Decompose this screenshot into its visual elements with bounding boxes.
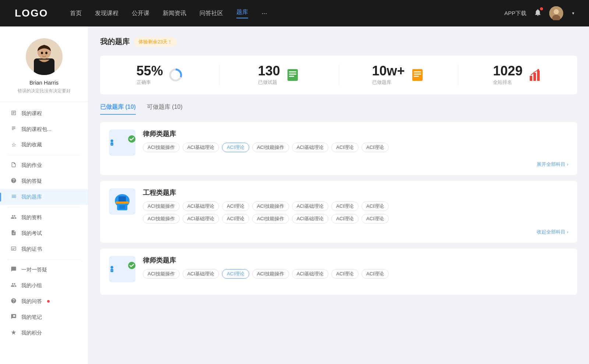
page-title: 我的题库 bbox=[100, 37, 130, 47]
stats-section: 55% 正确率 130 已做试题 bbox=[100, 56, 577, 94]
eng-tag-6[interactable]: ACI理论 bbox=[361, 201, 389, 211]
sidebar-item-one-on-one[interactable]: 一对一答疑 bbox=[0, 262, 88, 278]
tag-6[interactable]: ACI理论 bbox=[361, 143, 389, 152]
nav-discover[interactable]: 发现课程 bbox=[95, 10, 119, 17]
tab-available-banks[interactable]: 可做题库 (10) bbox=[147, 103, 183, 115]
bank-tabs: 已做题库 (10) 可做题库 (10) bbox=[100, 103, 577, 115]
notification-bell[interactable] bbox=[534, 8, 542, 18]
points-icon bbox=[10, 329, 17, 336]
svg-rect-17 bbox=[412, 69, 423, 81]
svg-point-9 bbox=[45, 52, 47, 54]
eng-tag-1[interactable]: ACI基础理论 bbox=[183, 201, 219, 211]
stat-label-ranking: 全站排名 bbox=[493, 79, 522, 86]
tag-0[interactable]: ACI技能操作 bbox=[143, 143, 180, 152]
certificate-icon bbox=[10, 246, 17, 253]
sidebar-label-group: 我的小组 bbox=[21, 282, 42, 289]
nav-home[interactable]: 首页 bbox=[70, 10, 82, 17]
l2-tag-1[interactable]: ACI基础理论 bbox=[183, 269, 219, 279]
tag-2[interactable]: ACI理论 bbox=[222, 143, 249, 152]
svg-rect-23 bbox=[537, 71, 540, 81]
questionbank-icon bbox=[10, 193, 17, 200]
sidebar-item-my-qa[interactable]: 我的问答 bbox=[0, 293, 88, 309]
nav-qa[interactable]: 问答社区 bbox=[200, 10, 223, 17]
sidebar-item-exam[interactable]: 我的考试 bbox=[0, 225, 88, 241]
sidebar-item-points[interactable]: 我的积分 bbox=[0, 325, 88, 341]
profile-motto: 错误的决定比没有决定要好 bbox=[18, 88, 71, 94]
sidebar-item-questionbank[interactable]: 我的题库 bbox=[0, 189, 88, 205]
eng-tag-3[interactable]: ACI技能操作 bbox=[252, 201, 289, 211]
user-profile: Brian Harris 错误的决定比没有决定要好 bbox=[0, 26, 88, 102]
qbank-card-lawyer-2: 律师类题库 ACI技能操作 ACI基础理论 ACI理论 ACI技能操作 ACI基… bbox=[100, 249, 577, 295]
eng-tag2-5[interactable]: ACI理论 bbox=[331, 214, 359, 224]
eng-tag2-1[interactable]: ACI基础理论 bbox=[183, 214, 219, 224]
l2-tag-0[interactable]: ACI技能操作 bbox=[143, 269, 180, 279]
sidebar-item-courses[interactable]: 我的课程 bbox=[0, 106, 88, 121]
tag-3[interactable]: ACI技能操作 bbox=[252, 143, 289, 152]
eng-tag-4[interactable]: ACI基础理论 bbox=[292, 201, 329, 211]
sidebar-item-favorites[interactable]: ☆ 我的收藏 bbox=[0, 137, 88, 153]
eng-tag2-2[interactable]: ACI理论 bbox=[222, 214, 249, 224]
eng-tag-0[interactable]: ACI技能操作 bbox=[143, 201, 180, 211]
l2-tag-3[interactable]: ACI技能操作 bbox=[252, 269, 289, 279]
tab-done-banks[interactable]: 已做题库 (10) bbox=[100, 103, 136, 115]
eng-tag2-3[interactable]: ACI技能操作 bbox=[252, 214, 289, 224]
user-menu-chevron[interactable]: ▾ bbox=[572, 11, 574, 16]
stat-label-done: 已做试题 bbox=[258, 79, 280, 86]
qbank-header-1: 律师类题库 ACI技能操作 ACI基础理论 ACI理论 ACI技能操作 ACI基… bbox=[109, 129, 568, 156]
sidebar-label-one-on-one: 一对一答疑 bbox=[21, 267, 47, 273]
sidebar-item-profile[interactable]: 我的资料 bbox=[0, 210, 88, 225]
eng-tag2-6[interactable]: ACI理论 bbox=[361, 214, 389, 224]
sidebar-item-group[interactable]: 我的小组 bbox=[0, 278, 88, 293]
tag-1[interactable]: ACI基础理论 bbox=[183, 143, 219, 152]
collapse-link-engineer[interactable]: 收起全部科目 › bbox=[109, 229, 568, 235]
tags-row-lawyer-2: ACI技能操作 ACI基础理论 ACI理论 ACI技能操作 ACI基础理论 AC… bbox=[143, 269, 568, 279]
qbank-name-lawyer-2: 律师类题库 bbox=[143, 256, 568, 265]
svg-rect-31 bbox=[116, 201, 129, 204]
eng-tag-5[interactable]: ACI理论 bbox=[331, 201, 359, 211]
svg-point-35 bbox=[110, 266, 113, 268]
notification-dot bbox=[540, 7, 543, 10]
lawyer-icon-1 bbox=[109, 129, 135, 156]
l2-tag-5[interactable]: ACI理论 bbox=[331, 269, 359, 279]
eng-tag2-4[interactable]: ACI基础理论 bbox=[292, 214, 329, 224]
divider-3 bbox=[7, 259, 81, 260]
profile-name: Brian Harris bbox=[29, 79, 59, 86]
svg-point-24 bbox=[537, 69, 539, 71]
sidebar-item-questions[interactable]: 我的答疑 bbox=[0, 173, 88, 189]
group-icon bbox=[10, 282, 17, 289]
sidebar-label-exam: 我的考试 bbox=[21, 230, 42, 237]
sidebar-item-homework[interactable]: 我的作业 bbox=[0, 157, 88, 173]
l2-tag-6[interactable]: ACI理论 bbox=[361, 269, 389, 279]
nav-opencourse[interactable]: 公开课 bbox=[132, 10, 149, 17]
sidebar-label-homework: 我的作业 bbox=[21, 162, 42, 169]
eng-tag-2[interactable]: ACI理论 bbox=[222, 201, 249, 211]
tag-5[interactable]: ACI理论 bbox=[331, 143, 359, 152]
nav-questionbank[interactable]: 题库 bbox=[236, 8, 248, 18]
tags-row-engineer-1: ACI技能操作 ACI基础理论 ACI理论 ACI技能操作 ACI基础理论 AC… bbox=[143, 201, 568, 211]
nav-more[interactable]: ··· bbox=[261, 10, 267, 17]
profile-avatar bbox=[26, 38, 63, 75]
sidebar-item-notes[interactable]: 我的笔记 bbox=[0, 309, 88, 325]
sidebar-item-course-package[interactable]: 我的课程包... bbox=[0, 121, 88, 137]
svg-rect-32 bbox=[119, 196, 126, 201]
eng-tag2-0[interactable]: ACI技能操作 bbox=[143, 214, 180, 224]
expand-link-1[interactable]: 展开全部科目 › bbox=[109, 161, 568, 168]
user-avatar[interactable] bbox=[549, 6, 563, 20]
engineer-icon bbox=[109, 188, 135, 215]
app-download-link[interactable]: APP下载 bbox=[504, 10, 526, 17]
svg-rect-20 bbox=[414, 76, 419, 77]
l2-tag-2[interactable]: ACI理论 bbox=[222, 269, 249, 279]
sidebar-item-certificate[interactable]: 我的证书 bbox=[0, 241, 88, 257]
svg-rect-19 bbox=[414, 74, 421, 75]
sidebar-label-points: 我的积分 bbox=[21, 330, 42, 336]
svg-point-1 bbox=[554, 9, 559, 14]
tags-row-lawyer-1: ACI技能操作 ACI基础理论 ACI理论 ACI技能操作 ACI基础理论 AC… bbox=[143, 143, 568, 152]
logo: LOGO bbox=[15, 7, 48, 19]
svg-point-25 bbox=[110, 139, 113, 142]
divider-2 bbox=[7, 207, 81, 207]
one-on-one-icon bbox=[10, 266, 17, 273]
tag-4[interactable]: ACI基础理论 bbox=[292, 143, 329, 152]
qbank-header-3: 律师类题库 ACI技能操作 ACI基础理论 ACI理论 ACI技能操作 ACI基… bbox=[109, 256, 568, 282]
nav-news[interactable]: 新闻资讯 bbox=[163, 10, 186, 17]
l2-tag-4[interactable]: ACI基础理论 bbox=[292, 269, 329, 279]
